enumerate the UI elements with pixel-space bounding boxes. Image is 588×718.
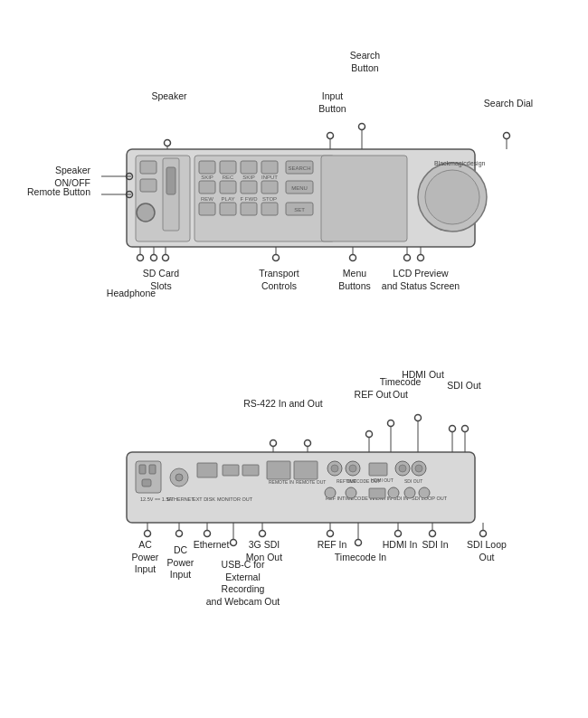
remote-button-label: Remote Button — [18, 186, 90, 199]
svg-rect-88 — [369, 463, 387, 476]
svg-point-84 — [346, 461, 360, 476]
svg-text:SDI LOOP OUT: SDI LOOP OUT — [412, 496, 448, 501]
svg-point-110 — [366, 431, 373, 438]
svg-point-92 — [412, 461, 426, 476]
svg-text:Blackmagicdesign: Blackmagicdesign — [434, 160, 486, 167]
speaker-label: Speaker — [147, 90, 192, 103]
svg-rect-75 — [197, 463, 217, 477]
sdi-loop-text: SDI LoopOut — [467, 539, 507, 562]
lcd-preview-label: LCD Previewand Status Screen — [380, 268, 461, 292]
svg-point-120 — [145, 531, 151, 537]
svg-rect-66 — [139, 465, 146, 474]
usb-c-label: USB-C forExternal Recordingand Webcam Ou… — [204, 559, 281, 609]
svg-point-114 — [415, 415, 422, 421]
input-button-label: Input Button — [308, 90, 357, 115]
svg-text:SEARCH: SEARCH — [288, 165, 310, 171]
svg-rect-0 — [127, 149, 475, 247]
svg-point-104 — [404, 487, 415, 498]
svg-point-52 — [418, 255, 424, 261]
svg-text:REW: REW — [201, 196, 213, 202]
svg-text:PLAY: PLAY — [222, 196, 235, 202]
svg-rect-67 — [149, 465, 156, 474]
svg-point-112 — [388, 420, 394, 427]
transport-controls-label: TransportControls — [245, 268, 313, 292]
svg-point-134 — [395, 531, 402, 537]
svg-rect-65 — [136, 461, 161, 493]
svg-rect-26 — [241, 203, 257, 215]
svg-point-4 — [137, 203, 155, 222]
svg-rect-77 — [242, 465, 259, 476]
svg-point-70 — [175, 474, 183, 481]
svg-text:MENU: MENU — [291, 185, 308, 191]
ref-in-label: REF In — [309, 539, 355, 552]
svg-text:REF OUT: REF OUT — [337, 478, 356, 484]
rs422-text: RS-422 In and Out — [243, 398, 323, 409]
svg-rect-78 — [267, 461, 290, 479]
svg-point-44 — [138, 255, 144, 261]
svg-text:12.5V == 1.5A: 12.5V == 1.5A — [140, 496, 172, 502]
svg-point-103 — [388, 487, 399, 498]
svg-text:HDMI IN: HDMI IN — [373, 496, 392, 501]
svg-point-82 — [327, 461, 342, 476]
svg-rect-64 — [127, 452, 475, 523]
svg-text:SDI OUT: SDI OUT — [404, 478, 422, 484]
svg-rect-11 — [261, 161, 278, 174]
svg-text:SET: SET — [294, 207, 305, 213]
search-button-label: Search Button — [340, 50, 390, 74]
svg-text:EXT DISK: EXT DISK — [193, 496, 215, 502]
svg-point-83 — [331, 465, 338, 472]
svg-point-48 — [350, 255, 356, 261]
svg-point-90 — [395, 461, 410, 476]
svg-point-101 — [346, 487, 356, 498]
svg-text:REMOTE OUT: REMOTE OUT — [296, 479, 326, 485]
remote-text: Remote Button — [27, 186, 90, 197]
hdmi-out-label: HDMI Out — [398, 369, 448, 382]
svg-rect-6 — [166, 167, 175, 194]
menu-buttons-label: MenuButtons — [327, 268, 382, 292]
svg-point-38 — [165, 140, 171, 146]
svg-point-108 — [305, 440, 311, 447]
sdi-loop-label: SDI LoopOut — [460, 539, 514, 563]
timecode-in-label: Timecode In — [331, 552, 390, 564]
svg-rect-2 — [140, 161, 156, 174]
svg-rect-68 — [142, 479, 151, 487]
rs422-label: RS-422 In and Out — [238, 398, 328, 411]
diagram-container: SKIP REC SKIP INPUT REW PLAY F FWD STOP … — [0, 0, 588, 718]
svg-point-93 — [415, 465, 422, 472]
usb-c-text: USB-C forExternal Recordingand Webcam Ou… — [206, 559, 280, 607]
svg-point-105 — [419, 487, 430, 498]
svg-rect-3 — [140, 179, 156, 192]
svg-text:SDI IN: SDI IN — [394, 496, 408, 501]
svg-rect-27 — [261, 203, 278, 215]
svg-rect-25 — [220, 203, 236, 215]
svg-rect-5 — [163, 158, 179, 231]
svg-rect-1 — [136, 156, 190, 241]
svg-rect-79 — [294, 461, 318, 479]
svg-rect-17 — [220, 181, 236, 194]
svg-point-42 — [163, 255, 169, 261]
svg-point-35 — [418, 163, 487, 231]
svg-point-58 — [504, 133, 510, 139]
svg-rect-76 — [223, 465, 239, 476]
svg-rect-28 — [286, 161, 313, 174]
svg-point-50 — [404, 255, 411, 261]
sdi-out-label: SDI Out — [441, 380, 487, 392]
svg-rect-34 — [321, 156, 407, 241]
search-dial-label: Search Dial — [481, 98, 536, 110]
ethernet-label: Ethernet — [186, 539, 236, 552]
svg-text:ETHERNET: ETHERNET — [167, 496, 194, 502]
svg-point-63 — [127, 192, 133, 198]
svg-rect-32 — [286, 203, 313, 215]
svg-point-128 — [260, 531, 266, 537]
sd-card-text: SD CardSlots — [143, 268, 179, 291]
lcd-text: LCD Previewand Status Screen — [382, 268, 460, 291]
svg-rect-19 — [261, 181, 278, 194]
3g-sdi-label: 3G SDIMon Out — [237, 539, 291, 563]
svg-text:MONITOR OUT: MONITOR OUT — [217, 496, 253, 502]
speaker-onoff-text: Speaker ON/OFF — [54, 165, 90, 188]
svg-rect-9 — [220, 161, 236, 174]
svg-point-138 — [480, 531, 487, 537]
svg-point-40 — [151, 255, 157, 261]
svg-point-100 — [325, 487, 336, 498]
svg-point-116 — [450, 426, 456, 432]
